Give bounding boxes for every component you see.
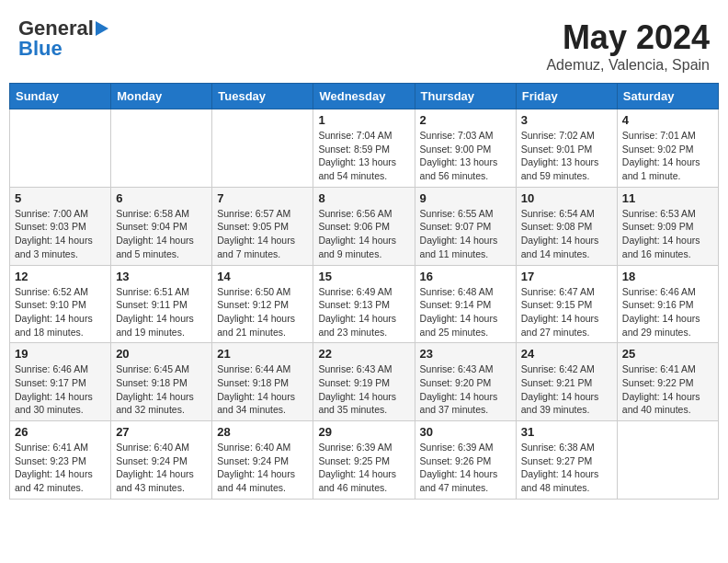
day-info: Sunrise: 6:47 AM Sunset: 9:15 PM Dayligh… bbox=[521, 285, 612, 339]
day-number: 29 bbox=[318, 425, 409, 439]
day-number: 21 bbox=[217, 347, 308, 361]
day-info: Sunrise: 6:39 AM Sunset: 9:26 PM Dayligh… bbox=[420, 441, 511, 495]
day-number: 12 bbox=[15, 270, 106, 283]
calendar-cell: 9Sunrise: 6:55 AM Sunset: 9:07 PM Daylig… bbox=[415, 187, 516, 265]
day-info: Sunrise: 6:57 AM Sunset: 9:05 PM Dayligh… bbox=[217, 207, 308, 261]
calendar-cell: 19Sunrise: 6:46 AM Sunset: 9:17 PM Dayli… bbox=[10, 343, 111, 421]
calendar-cell: 5Sunrise: 7:00 AM Sunset: 9:03 PM Daylig… bbox=[10, 187, 111, 265]
day-info: Sunrise: 6:41 AM Sunset: 9:23 PM Dayligh… bbox=[15, 441, 106, 495]
calendar-cell bbox=[212, 109, 313, 188]
day-info: Sunrise: 6:40 AM Sunset: 9:24 PM Dayligh… bbox=[217, 441, 308, 495]
calendar-cell: 29Sunrise: 6:39 AM Sunset: 9:25 PM Dayli… bbox=[313, 421, 415, 500]
day-info: Sunrise: 7:04 AM Sunset: 8:59 PM Dayligh… bbox=[318, 129, 409, 183]
day-info: Sunrise: 6:38 AM Sunset: 9:27 PM Dayligh… bbox=[521, 441, 612, 495]
calendar-cell: 6Sunrise: 6:58 AM Sunset: 9:04 PM Daylig… bbox=[111, 187, 212, 265]
calendar-cell: 24Sunrise: 6:42 AM Sunset: 9:21 PM Dayli… bbox=[516, 343, 617, 421]
day-info: Sunrise: 7:00 AM Sunset: 9:03 PM Dayligh… bbox=[15, 207, 106, 261]
calendar-cell: 10Sunrise: 6:54 AM Sunset: 9:08 PM Dayli… bbox=[516, 187, 617, 265]
day-number: 11 bbox=[622, 191, 713, 205]
day-number: 1 bbox=[318, 113, 409, 127]
day-info: Sunrise: 6:52 AM Sunset: 9:10 PM Dayligh… bbox=[15, 285, 106, 339]
logo-general-text: General bbox=[18, 18, 94, 39]
day-number: 5 bbox=[15, 191, 106, 205]
day-number: 27 bbox=[116, 425, 207, 439]
day-number: 25 bbox=[622, 347, 713, 361]
day-info: Sunrise: 6:48 AM Sunset: 9:14 PM Dayligh… bbox=[420, 285, 511, 339]
day-number: 15 bbox=[318, 270, 409, 283]
day-of-week-header: Tuesday bbox=[212, 84, 313, 109]
day-info: Sunrise: 6:40 AM Sunset: 9:24 PM Dayligh… bbox=[116, 441, 207, 495]
calendar-cell: 16Sunrise: 6:48 AM Sunset: 9:14 PM Dayli… bbox=[415, 265, 516, 343]
calendar-cell: 27Sunrise: 6:40 AM Sunset: 9:24 PM Dayli… bbox=[111, 421, 212, 500]
calendar-week-row: 1Sunrise: 7:04 AM Sunset: 8:59 PM Daylig… bbox=[10, 109, 719, 188]
calendar-week-row: 19Sunrise: 6:46 AM Sunset: 9:17 PM Dayli… bbox=[10, 343, 719, 421]
calendar-cell: 28Sunrise: 6:40 AM Sunset: 9:24 PM Dayli… bbox=[212, 421, 313, 500]
calendar-cell bbox=[617, 421, 718, 500]
day-number: 13 bbox=[116, 270, 207, 283]
day-info: Sunrise: 6:55 AM Sunset: 9:07 PM Dayligh… bbox=[420, 207, 511, 261]
day-number: 16 bbox=[420, 270, 511, 283]
calendar-table: SundayMondayTuesdayWednesdayThursdayFrid… bbox=[9, 83, 719, 500]
day-info: Sunrise: 6:56 AM Sunset: 9:06 PM Dayligh… bbox=[318, 207, 409, 261]
day-info: Sunrise: 7:03 AM Sunset: 9:00 PM Dayligh… bbox=[420, 129, 511, 183]
day-info: Sunrise: 6:45 AM Sunset: 9:18 PM Dayligh… bbox=[116, 362, 207, 417]
calendar-cell: 14Sunrise: 6:50 AM Sunset: 9:12 PM Dayli… bbox=[212, 265, 313, 343]
day-of-week-header: Saturday bbox=[617, 84, 718, 109]
day-number: 24 bbox=[521, 347, 612, 361]
day-info: Sunrise: 6:41 AM Sunset: 9:22 PM Dayligh… bbox=[622, 362, 713, 417]
calendar-cell: 31Sunrise: 6:38 AM Sunset: 9:27 PM Dayli… bbox=[516, 421, 617, 500]
day-info: Sunrise: 7:02 AM Sunset: 9:01 PM Dayligh… bbox=[521, 129, 612, 183]
day-info: Sunrise: 6:54 AM Sunset: 9:08 PM Dayligh… bbox=[521, 207, 612, 261]
calendar-cell: 17Sunrise: 6:47 AM Sunset: 9:15 PM Dayli… bbox=[516, 265, 617, 343]
calendar-cell bbox=[10, 109, 111, 188]
day-number: 30 bbox=[420, 425, 511, 439]
day-info: Sunrise: 6:49 AM Sunset: 9:13 PM Dayligh… bbox=[318, 285, 409, 339]
calendar-week-row: 12Sunrise: 6:52 AM Sunset: 9:10 PM Dayli… bbox=[10, 265, 719, 343]
calendar-cell: 8Sunrise: 6:56 AM Sunset: 9:06 PM Daylig… bbox=[313, 187, 415, 265]
calendar-cell: 11Sunrise: 6:53 AM Sunset: 9:09 PM Dayli… bbox=[617, 187, 718, 265]
logo-blue-text: Blue bbox=[18, 39, 63, 59]
calendar-cell: 12Sunrise: 6:52 AM Sunset: 9:10 PM Dayli… bbox=[10, 265, 111, 343]
day-info: Sunrise: 6:44 AM Sunset: 9:18 PM Dayligh… bbox=[217, 362, 308, 417]
month-title: May 2024 bbox=[546, 18, 710, 57]
day-of-week-header: Sunday bbox=[10, 84, 111, 109]
calendar-cell: 3Sunrise: 7:02 AM Sunset: 9:01 PM Daylig… bbox=[516, 109, 617, 188]
page-header: General Blue May 2024 Ademuz, Valencia, … bbox=[9, 9, 719, 78]
calendar-cell: 20Sunrise: 6:45 AM Sunset: 9:18 PM Dayli… bbox=[111, 343, 212, 421]
day-number: 4 bbox=[622, 113, 713, 127]
day-number: 18 bbox=[622, 270, 713, 283]
day-number: 23 bbox=[420, 347, 511, 361]
logo: General Blue bbox=[18, 18, 108, 59]
day-number: 26 bbox=[15, 425, 106, 439]
day-info: Sunrise: 6:53 AM Sunset: 9:09 PM Dayligh… bbox=[622, 207, 713, 261]
day-number: 10 bbox=[521, 191, 612, 205]
calendar-cell: 25Sunrise: 6:41 AM Sunset: 9:22 PM Dayli… bbox=[617, 343, 718, 421]
day-number: 20 bbox=[116, 347, 207, 361]
calendar-cell: 22Sunrise: 6:43 AM Sunset: 9:19 PM Dayli… bbox=[313, 343, 415, 421]
calendar-cell: 13Sunrise: 6:51 AM Sunset: 9:11 PM Dayli… bbox=[111, 265, 212, 343]
calendar-cell: 26Sunrise: 6:41 AM Sunset: 9:23 PM Dayli… bbox=[10, 421, 111, 500]
day-info: Sunrise: 6:43 AM Sunset: 9:20 PM Dayligh… bbox=[420, 362, 511, 417]
title-area: May 2024 Ademuz, Valencia, Spain bbox=[546, 18, 710, 74]
day-info: Sunrise: 6:58 AM Sunset: 9:04 PM Dayligh… bbox=[116, 207, 207, 261]
day-number: 3 bbox=[521, 113, 612, 127]
day-info: Sunrise: 6:42 AM Sunset: 9:21 PM Dayligh… bbox=[521, 362, 612, 417]
day-number: 31 bbox=[521, 425, 612, 439]
day-number: 28 bbox=[217, 425, 308, 439]
calendar-cell: 1Sunrise: 7:04 AM Sunset: 8:59 PM Daylig… bbox=[313, 109, 415, 188]
days-header-row: SundayMondayTuesdayWednesdayThursdayFrid… bbox=[10, 84, 719, 109]
day-info: Sunrise: 6:51 AM Sunset: 9:11 PM Dayligh… bbox=[116, 285, 207, 339]
calendar-cell: 23Sunrise: 6:43 AM Sunset: 9:20 PM Dayli… bbox=[415, 343, 516, 421]
day-number: 9 bbox=[420, 191, 511, 205]
calendar-cell: 30Sunrise: 6:39 AM Sunset: 9:26 PM Dayli… bbox=[415, 421, 516, 500]
day-number: 6 bbox=[116, 191, 207, 205]
day-number: 22 bbox=[318, 347, 409, 361]
location-text: Ademuz, Valencia, Spain bbox=[546, 57, 710, 74]
calendar-cell: 15Sunrise: 6:49 AM Sunset: 9:13 PM Dayli… bbox=[313, 265, 415, 343]
day-number: 14 bbox=[217, 270, 308, 283]
day-info: Sunrise: 6:46 AM Sunset: 9:17 PM Dayligh… bbox=[15, 362, 106, 417]
calendar-cell bbox=[111, 109, 212, 188]
day-of-week-header: Wednesday bbox=[313, 84, 415, 109]
day-info: Sunrise: 6:46 AM Sunset: 9:16 PM Dayligh… bbox=[622, 285, 713, 339]
day-of-week-header: Monday bbox=[111, 84, 212, 109]
